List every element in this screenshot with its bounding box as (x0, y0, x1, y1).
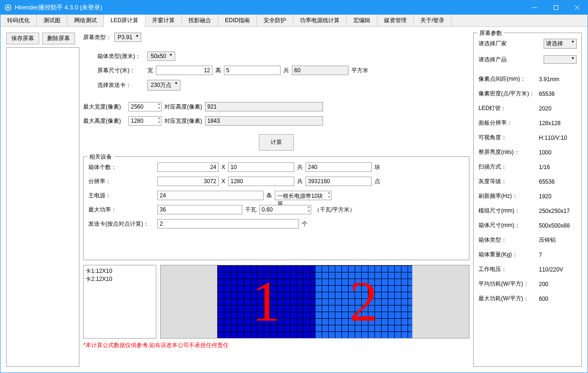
param-row: 像素密度(点/平方米)：65536 (478, 90, 577, 98)
product-select[interactable] (544, 55, 577, 64)
resolution-label: 分辨率： (88, 178, 154, 186)
param-row: 灰度等级：65536 (478, 178, 577, 186)
vendor-label: 请选择厂家 (478, 40, 544, 48)
max-width-spinner[interactable]: 2560 (128, 102, 162, 111)
cab-x-input[interactable] (157, 162, 219, 172)
cab-total-output (306, 162, 372, 172)
sqm-label: 平方米 (351, 67, 368, 75)
param-row: 箱体重量(Kg)：7 (478, 251, 577, 259)
res-total-output (306, 177, 372, 186)
tab-7[interactable]: 安全防护 (257, 15, 293, 26)
calculate-button[interactable]: 计算 (259, 134, 294, 151)
param-row: 箱体类型：压铸铝 (478, 236, 577, 244)
cabinet-count-label: 箱体个数： (88, 163, 154, 171)
app-window: Hirender播控助手 4.3.0 (未登录) 转码优化测试图网络测试LED屏… (0, 0, 588, 373)
param-row: 平均功耗(W/平方)：200 (478, 280, 577, 288)
corr-width-label: 对应宽度(像素) (164, 117, 202, 125)
tab-1[interactable]: 测试图 (37, 15, 68, 26)
related-fieldset: 相关设备 箱体个数： X 共 块 分辨率： X 共 点 (83, 156, 469, 260)
tab-8[interactable]: 功率电源线计算 (293, 15, 347, 26)
power-density-spinner[interactable]: 0.60 (259, 205, 311, 214)
param-row: 工作电压：110/220V (478, 265, 577, 273)
max-width-label: 最大宽度(像素) (83, 103, 126, 111)
delete-screen-button[interactable]: 删除屏幕 (42, 33, 75, 44)
screen-type-select[interactable]: P3.91 (114, 33, 141, 42)
param-row: 整屏亮度(nits)：1000 (478, 148, 577, 156)
param-row: LED灯管：2020 (478, 104, 577, 112)
svg-rect-2 (554, 6, 558, 10)
height-label: 高 (215, 67, 221, 75)
max-power-label: 最大功率： (88, 206, 154, 214)
window-title: Hirender播控助手 4.3.0 (未登录) (15, 3, 524, 12)
card-list-item[interactable]: 卡1:12X10 (85, 267, 154, 275)
params-title: 屏幕参数 (477, 29, 504, 37)
param-row: 刷新频率(Hz)：1920 (478, 192, 577, 200)
corr-width-output (205, 116, 323, 126)
tab-2[interactable]: 网络测试 (68, 15, 104, 26)
screen-width-input[interactable] (156, 66, 213, 75)
middle-column: 屏幕类型： P3.91 箱体类型(厘米)： 50x50 屏幕尺寸(米)： 宽 高… (83, 33, 469, 367)
corr-height-label: 对应高度(像素) (164, 103, 202, 111)
titlebar: Hirender播控助手 4.3.0 (未登录) (0, 0, 588, 15)
param-row: 最大功耗(W/平方)：600 (478, 295, 577, 303)
save-screen-button[interactable]: 保存屏幕 (6, 33, 39, 44)
card-list-item[interactable]: 卡2:12X10 (85, 275, 154, 283)
send-card-select[interactable]: 230万点 (147, 80, 180, 91)
total-label: 共 (283, 67, 289, 75)
param-row: 箱体尺寸(mm)：500x500x88 (478, 221, 577, 229)
param-row: 可视角度：H:110/V:10 (478, 134, 577, 142)
res-x-input[interactable] (157, 177, 219, 186)
window-controls (524, 0, 588, 15)
tab-5[interactable]: 投影融合 (182, 15, 218, 26)
tab-6[interactable]: EDID指南 (218, 15, 257, 26)
screen-height-input[interactable] (224, 66, 281, 75)
cabinet-type-select[interactable]: 50x50 (147, 51, 175, 61)
power-option-spinner[interactable]: 一根长电源带10块屏 (275, 191, 332, 200)
width-label: 宽 (147, 67, 153, 75)
preview-segment-2: 2 (315, 265, 413, 338)
screen-type-label: 屏幕类型： (83, 34, 111, 42)
screen-list[interactable] (6, 47, 79, 367)
related-legend: 相关设备 (87, 153, 114, 161)
max-height-spinner[interactable]: 1280 (128, 116, 162, 126)
send-card-calc-label: 发送卡(按点对点计算)： (88, 220, 154, 228)
card-list: 卡1:12X10卡2:12X10 (83, 265, 156, 339)
right-column: 屏幕参数 请选择厂家 请选择 请选择产品 像素点间距(mm)：3.91mm像素密… (473, 33, 582, 367)
preview-segment-1: 1 (217, 265, 315, 338)
cabinet-type-label: 箱体类型(厘米)： (97, 52, 145, 60)
screen-size-label: 屏幕尺寸(米)： (97, 67, 145, 75)
product-label: 请选择产品 (478, 56, 544, 64)
main-power-label: 主电源： (88, 192, 154, 200)
tab-0[interactable]: 转码优化 (0, 15, 37, 26)
res-y-input[interactable] (228, 177, 294, 186)
corr-height-output (205, 102, 323, 111)
send-card-label: 选择发送卡： (97, 81, 145, 89)
content-area: 保存屏幕 删除屏幕 屏幕类型： P3.91 箱体类型(厘米)： 50x50 屏幕… (0, 27, 588, 373)
params-panel: 屏幕参数 请选择厂家 请选择 请选择产品 像素点间距(mm)：3.91mm像素密… (473, 33, 582, 367)
disclaimer-text: *本计算公式数据仅供参考,如有误差本公司不承担任何责任 (83, 341, 469, 349)
param-row: 像素点间距(mm)：3.91mm (478, 75, 577, 83)
param-row: 扫描方式：1/16 (478, 163, 577, 171)
close-button[interactable] (566, 0, 588, 15)
tab-10[interactable]: 媒资管理 (377, 15, 414, 26)
tab-3[interactable]: LED屏计算 (104, 15, 145, 27)
max-height-label: 最大高度(像素) (83, 117, 126, 125)
param-row: 模组尺寸(mm)：250x250x17 (478, 207, 577, 215)
param-row: 面板分辨率：128x128 (478, 119, 577, 127)
left-column: 保存屏幕 删除屏幕 (6, 33, 79, 367)
vendor-select[interactable]: 请选择 (544, 39, 577, 49)
tab-bar: 转码优化测试图网络测试LED屏计算开窗计算投影融合EDID指南安全防护功率电源线… (0, 15, 588, 27)
screen-total-output (292, 66, 349, 75)
send-card-count-input[interactable] (157, 219, 299, 229)
card-preview-row: 卡1:12X10卡2:12X10 1 2 (83, 265, 469, 339)
minimize-button[interactable] (524, 0, 545, 15)
app-icon (4, 4, 12, 11)
tab-11[interactable]: 关于/登录 (414, 15, 452, 26)
tab-9[interactable]: 宏编辑 (347, 15, 377, 26)
tab-4[interactable]: 开窗计算 (145, 15, 182, 26)
maximize-button[interactable] (545, 0, 566, 15)
cab-y-input[interactable] (228, 162, 294, 172)
main-power-input[interactable] (157, 191, 264, 200)
max-power-input[interactable] (157, 205, 242, 214)
screen-preview: 1 2 (160, 265, 469, 339)
